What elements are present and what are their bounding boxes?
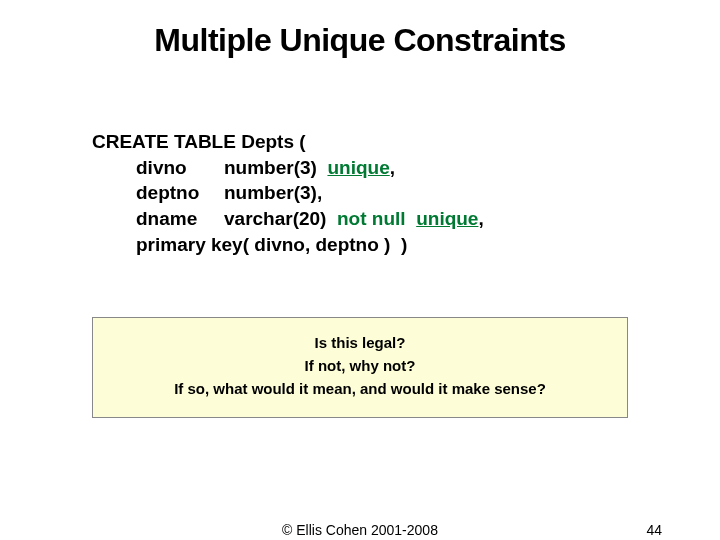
page-number: 44 xyxy=(646,522,662,538)
col-deptno: deptno xyxy=(136,180,224,206)
question-3: If so, what would it mean, and would it … xyxy=(101,380,619,397)
slide-title: Multiple Unique Constraints xyxy=(0,0,720,59)
keyword-notnull: not null xyxy=(337,208,416,229)
code-line-5: primary key( divno, deptno ) ) xyxy=(92,232,720,258)
code-line-3: deptnonumber(3), xyxy=(92,180,720,206)
keyword-unique-1: unique xyxy=(327,157,389,178)
type-dname: varchar(20) xyxy=(224,208,337,229)
code-line-2: divnonumber(3) unique, xyxy=(92,155,720,181)
keyword-unique-2: unique xyxy=(416,208,478,229)
col-dname: dname xyxy=(136,206,224,232)
col-divno: divno xyxy=(136,155,224,181)
question-box: Is this legal? If not, why not? If so, w… xyxy=(92,317,628,418)
comma-2: , xyxy=(478,208,483,229)
question-2: If not, why not? xyxy=(101,357,619,374)
copyright-text: © Ellis Cohen 2001-2008 xyxy=(282,522,438,538)
code-line-4: dnamevarchar(20) not null unique, xyxy=(92,206,720,232)
comma-1: , xyxy=(390,157,395,178)
sql-code-block: CREATE TABLE Depts ( divnonumber(3) uniq… xyxy=(92,129,720,257)
type-divno: number(3) xyxy=(224,157,327,178)
code-line-1: CREATE TABLE Depts ( xyxy=(92,129,720,155)
question-1: Is this legal? xyxy=(101,334,619,351)
primary-key-line: primary key( divno, deptno ) ) xyxy=(136,234,407,255)
type-deptno: number(3), xyxy=(224,182,322,203)
